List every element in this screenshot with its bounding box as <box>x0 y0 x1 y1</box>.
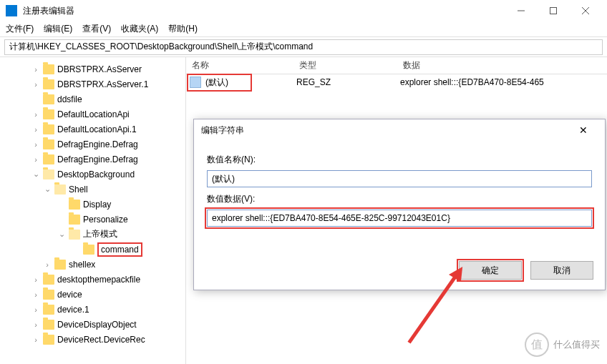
folder-icon <box>69 215 80 225</box>
tree-item[interactable]: ddsfile <box>0 92 185 107</box>
folder-icon <box>43 139 54 149</box>
list-row[interactable]: (默认) REG_SZ explorer shell:::{ED7BA470-8… <box>186 74 607 90</box>
tree-item[interactable]: ›DefragEngine.Defrag <box>0 152 185 167</box>
tree-item-label: Personalize <box>83 215 128 225</box>
folder-icon <box>43 275 54 285</box>
folder-icon <box>69 230 80 240</box>
chevron-icon[interactable]: ⌄ <box>57 230 66 239</box>
folder-icon <box>43 154 54 164</box>
tree-item-label: DBRSTPRX.AsServer <box>57 64 142 74</box>
chevron-icon[interactable]: ⌄ <box>43 185 52 194</box>
folder-icon <box>43 64 54 74</box>
chevron-icon[interactable]: › <box>31 335 40 344</box>
dialog-titlebar: 编辑字符串 ✕ <box>194 119 605 141</box>
addressbar <box>0 37 607 57</box>
tree-item-label: device <box>57 290 82 300</box>
chevron-icon[interactable]: › <box>31 140 40 149</box>
dialog-close-button[interactable]: ✕ <box>569 124 598 136</box>
folder-icon <box>54 185 66 195</box>
maximize-button[interactable] <box>537 0 569 21</box>
tree-item[interactable]: ⌄DesktopBackground <box>0 167 185 182</box>
tree-panel[interactable]: ›DBRSTPRX.AsServer›DBRSTPRX.AsServer.1dd… <box>0 57 186 364</box>
titlebar: 注册表编辑器 <box>0 0 607 21</box>
folder-icon <box>43 290 54 300</box>
minimize-button[interactable] <box>505 0 537 21</box>
folder-icon <box>43 320 54 330</box>
chevron-icon[interactable]: › <box>31 320 40 329</box>
value-name: (默认) <box>205 77 228 89</box>
edit-string-dialog: 编辑字符串 ✕ 数值名称(N): 数值数据(V): 确定 取消 <box>193 119 606 290</box>
tree-item-label: command <box>97 242 142 257</box>
value-data-label: 数值数据(V): <box>207 193 592 205</box>
tree-item-label: Shell <box>69 185 88 195</box>
tree-item[interactable]: ›DefragEngine.Defrag <box>0 137 185 152</box>
tree-item[interactable]: ⌄上帝模式 <box>0 227 185 242</box>
tree-item-label: DefragEngine.Defrag <box>57 139 138 149</box>
window-controls <box>505 0 601 21</box>
col-header-data[interactable]: 数据 <box>397 59 607 72</box>
tree-item-label: 上帝模式 <box>83 228 117 240</box>
tree-item[interactable]: Display <box>0 197 185 212</box>
tree-item-label: desktopthemepackfile <box>57 275 140 285</box>
tree-item[interactable]: ›DBRSTPRX.AsServer.1 <box>0 77 185 92</box>
value-data: explorer shell:::{ED7BA470-8E54-465 <box>400 77 604 87</box>
col-header-type[interactable]: 类型 <box>293 59 397 72</box>
folder-icon <box>43 109 54 119</box>
app-icon <box>6 5 17 16</box>
tree-item-label: device.1 <box>57 305 89 315</box>
chevron-icon[interactable]: › <box>31 275 40 284</box>
chevron-icon[interactable]: › <box>31 80 40 89</box>
chevron-icon[interactable]: › <box>31 305 40 314</box>
window-title: 注册表编辑器 <box>23 5 505 17</box>
col-header-name[interactable]: 名称 <box>186 59 293 72</box>
watermark-text: 什么值得买 <box>553 338 600 351</box>
tree-item-label: DBRSTPRX.AsServer.1 <box>57 79 148 89</box>
tree-item[interactable]: ›DefaultLocationApi <box>0 107 185 122</box>
tree-item[interactable]: ⌄Shell <box>0 182 185 197</box>
tree-item[interactable]: ›device <box>0 287 185 302</box>
tree-item-label: DeviceRect.DeviceRec <box>57 335 145 345</box>
chevron-icon[interactable]: › <box>31 110 40 119</box>
chevron-icon[interactable]: › <box>43 260 52 269</box>
chevron-icon[interactable]: › <box>31 65 40 74</box>
chevron-icon[interactable]: › <box>31 125 40 134</box>
folder-icon <box>43 335 54 345</box>
folder-icon <box>83 245 94 255</box>
menu-favorites[interactable]: 收藏夹(A) <box>121 23 158 35</box>
tree-item[interactable]: ›DeviceRect.DeviceRec <box>0 332 185 347</box>
folder-icon <box>43 94 54 104</box>
chevron-icon[interactable]: › <box>31 290 40 299</box>
value-type: REG_SZ <box>296 77 400 87</box>
folder-icon <box>69 200 80 210</box>
address-input[interactable] <box>4 39 603 55</box>
tree-item-label: DefaultLocationApi <box>57 109 130 119</box>
folder-icon <box>54 260 66 270</box>
menu-file[interactable]: 文件(F) <box>6 23 34 35</box>
tree-item[interactable]: ›device.1 <box>0 302 185 317</box>
menu-help[interactable]: 帮助(H) <box>168 23 198 35</box>
tree-item[interactable]: command <box>0 242 185 257</box>
tree-item-label: DesktopBackground <box>57 169 135 179</box>
folder-icon <box>43 305 54 315</box>
tree-item[interactable]: ›DefaultLocationApi.1 <box>0 122 185 137</box>
tree-item[interactable]: ›DeviceDisplayObject <box>0 317 185 332</box>
close-button[interactable] <box>569 0 601 21</box>
chevron-icon[interactable]: › <box>31 155 40 164</box>
tree-item[interactable]: ›desktopthemepackfile <box>0 272 185 287</box>
tree-item[interactable]: ›shellex <box>0 257 185 272</box>
cancel-button[interactable]: 取消 <box>530 261 593 280</box>
menubar: 文件(F) 编辑(E) 查看(V) 收藏夹(A) 帮助(H) <box>0 21 607 37</box>
watermark: 值 什么值得买 <box>525 333 600 357</box>
tree-item-label: DefragEngine.Defrag <box>57 154 138 164</box>
value-name-input[interactable] <box>207 170 592 187</box>
chevron-icon[interactable]: ⌄ <box>31 169 40 179</box>
menu-view[interactable]: 查看(V) <box>82 23 111 35</box>
menu-edit[interactable]: 编辑(E) <box>44 23 72 35</box>
tree-item[interactable]: Personalize <box>0 212 185 227</box>
folder-icon <box>43 79 54 89</box>
svg-rect-1 <box>550 8 556 14</box>
value-data-input[interactable] <box>207 210 592 227</box>
string-value-icon <box>190 77 201 88</box>
tree-item[interactable]: ›DBRSTPRX.AsServer <box>0 62 185 77</box>
tree-item-label: shellex <box>69 260 95 270</box>
